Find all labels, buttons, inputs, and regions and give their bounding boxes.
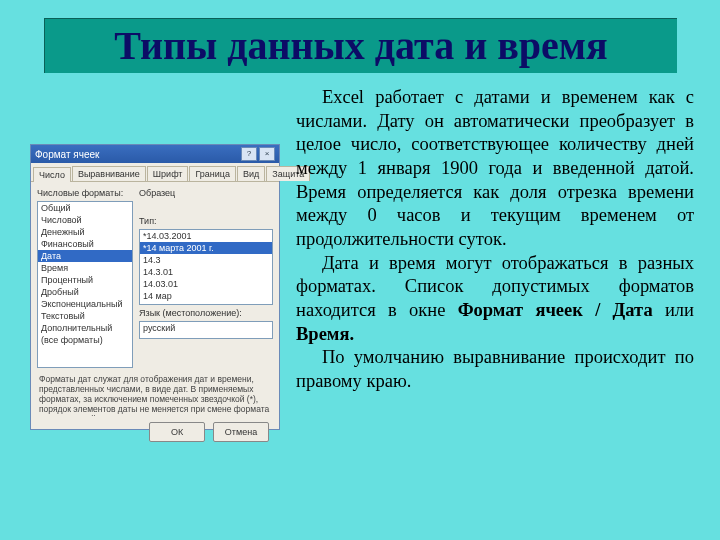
paragraph-3: По умолчанию выравнивание про­исходит по… — [296, 346, 694, 393]
paragraph-2: Дата и время могут отображаться в разных… — [296, 252, 694, 347]
list-item[interactable]: 14.03.01 — [140, 278, 272, 290]
list-item[interactable]: Числовой — [38, 214, 132, 226]
list-item[interactable]: *14.03.2001 — [140, 230, 272, 242]
body-text: Excel работает с датами и временем как с… — [296, 86, 694, 394]
list-item[interactable]: Дата — [38, 250, 132, 262]
tab-number[interactable]: Число — [33, 167, 71, 182]
format-cells-dialog: Формат ячеек ? × Число Выравнивание Шриф… — [30, 144, 280, 430]
tab-border[interactable]: Граница — [189, 166, 236, 181]
dialog-tabs: Число Выравнивание Шрифт Граница Вид Защ… — [31, 163, 279, 182]
dialog-titlebar[interactable]: Формат ячеек ? × — [31, 145, 279, 163]
ok-button[interactable]: ОК — [149, 422, 205, 442]
lang-label: Язык (местоположение): — [139, 308, 273, 318]
list-item[interactable]: Время — [38, 262, 132, 274]
help-icon[interactable]: ? — [241, 147, 257, 161]
list-item[interactable]: Финансовый — [38, 238, 132, 250]
slide-title: Типы данных дата и время — [45, 19, 677, 73]
time-bold: Время. — [296, 324, 354, 344]
list-item[interactable]: Общий — [38, 202, 132, 214]
dialog-title: Формат ячеек — [35, 149, 99, 160]
type-label: Тип: — [139, 216, 273, 226]
type-list[interactable]: *14.03.2001 *14 марта 2001 г. 14.3 14.3.… — [139, 229, 273, 305]
list-item[interactable]: Экспоненциальный — [38, 298, 132, 310]
list-item[interactable]: 14.3.01 — [140, 266, 272, 278]
list-item[interactable]: Денежный — [38, 226, 132, 238]
title-bar: Типы данных дата и время — [44, 18, 677, 73]
sample-label: Образец — [139, 188, 273, 198]
list-item[interactable]: Текстовый — [38, 310, 132, 322]
list-item[interactable]: Дробный — [38, 286, 132, 298]
list-item[interactable]: *14 марта 2001 г. — [140, 242, 272, 254]
tab-font[interactable]: Шрифт — [147, 166, 189, 181]
list-item[interactable]: 14 мар — [140, 290, 272, 302]
categories-label: Числовые форматы: — [37, 188, 133, 198]
list-item[interactable]: Процентный — [38, 274, 132, 286]
list-item[interactable]: 14.3 — [140, 254, 272, 266]
lang-select[interactable]: русский — [139, 321, 273, 339]
list-item[interactable]: Дополнительный — [38, 322, 132, 334]
list-item[interactable]: (все форматы) — [38, 334, 132, 346]
format-cells-date: Формат ячеек / Дата — [458, 300, 653, 320]
tab-alignment[interactable]: Выравнивание — [72, 166, 146, 181]
category-list[interactable]: Общий Числовой Денежный Финансовый Дата … — [37, 201, 133, 368]
paragraph-1: Excel работает с датами и временем как с… — [296, 86, 694, 252]
tab-view[interactable]: Вид — [237, 166, 265, 181]
cancel-button[interactable]: Отмена — [213, 422, 269, 442]
close-icon[interactable]: × — [259, 147, 275, 161]
dialog-description: Форматы дат служат для отображения дат и… — [31, 374, 279, 416]
